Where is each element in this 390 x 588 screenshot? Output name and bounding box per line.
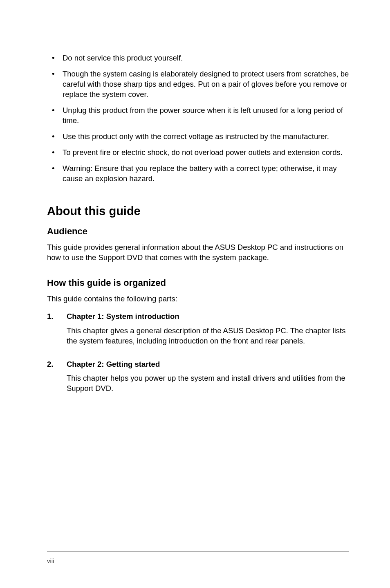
bullet-item: • Warning: Ensure that you replace the b… xyxy=(47,164,349,184)
chapter-description: This chapter helps you power up the syst… xyxy=(67,373,349,394)
bullet-marker: • xyxy=(47,164,63,184)
bullet-item: • Do not service this product yourself. xyxy=(47,53,349,63)
organized-heading: How this guide is organized xyxy=(47,278,349,288)
page-number: viii xyxy=(47,557,54,564)
bullet-marker: • xyxy=(47,105,63,126)
chapter-title: Chapter 2: Getting started xyxy=(67,359,349,370)
chapter-content: Chapter 2: Getting started This chapter … xyxy=(67,359,349,402)
chapter-description: This chapter gives a general description… xyxy=(67,326,349,346)
bullet-marker: • xyxy=(47,132,63,142)
safety-bullet-list: • Do not service this product yourself. … xyxy=(47,53,349,184)
bullet-marker: • xyxy=(47,69,63,100)
chapter-number: 1. xyxy=(47,312,67,355)
page-footer: viii xyxy=(47,551,349,564)
bullet-text: Though the system casing is elaborately … xyxy=(63,69,349,100)
chapter-title: Chapter 1: System introduction xyxy=(67,312,349,322)
bullet-item: • Though the system casing is elaboratel… xyxy=(47,69,349,100)
chapter-number: 2. xyxy=(47,359,67,402)
bullet-text: Do not service this product yourself. xyxy=(63,53,349,63)
organized-intro: This guide contains the following parts: xyxy=(47,294,349,304)
audience-heading: Audience xyxy=(47,226,349,237)
chapter-item: 2. Chapter 2: Getting started This chapt… xyxy=(47,359,349,402)
bullet-text: Warning: Ensure that you replace the bat… xyxy=(63,164,349,184)
bullet-item: • Unplug this product from the power sou… xyxy=(47,105,349,126)
bullet-item: • To prevent fire or electric shock, do … xyxy=(47,148,349,158)
bullet-marker: • xyxy=(47,53,63,63)
chapter-content: Chapter 1: System introduction This chap… xyxy=(67,312,349,355)
section-title: About this guide xyxy=(47,204,349,218)
bullet-text: Use this product only with the correct v… xyxy=(63,132,349,142)
audience-body: This guide provides general information … xyxy=(47,242,349,263)
bullet-item: • Use this product only with the correct… xyxy=(47,132,349,142)
chapter-item: 1. Chapter 1: System introduction This c… xyxy=(47,312,349,355)
bullet-text: To prevent fire or electric shock, do no… xyxy=(63,148,349,158)
bullet-text: Unplug this product from the power sourc… xyxy=(63,105,349,126)
bullet-marker: • xyxy=(47,148,63,158)
